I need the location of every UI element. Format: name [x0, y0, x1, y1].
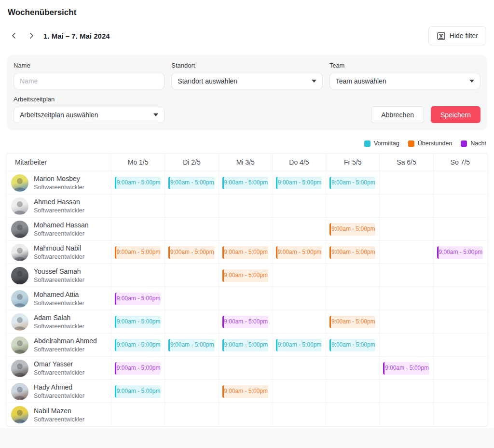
shift-cell[interactable] — [165, 403, 218, 426]
shift-chip-ueberstunden[interactable]: 9:00am - 5:00pm — [222, 246, 268, 259]
shift-cell[interactable] — [272, 195, 326, 217]
shift-cell[interactable] — [272, 287, 326, 310]
shift-cell[interactable] — [111, 218, 165, 240]
shift-chip-vormittag[interactable]: 9:00am - 5:00pm — [276, 339, 322, 351]
shift-chip-vormittag[interactable]: 9:00am - 5:00pm — [168, 339, 214, 351]
shift-cell[interactable]: 9:00am - 5:00pm — [165, 241, 218, 264]
shift-chip-ueberstunden[interactable]: 9:00am - 5:00pm — [329, 316, 375, 328]
shift-cell[interactable]: 9:00am - 5:00pm — [219, 241, 272, 264]
shift-cell[interactable] — [219, 403, 272, 426]
employee-cell[interactable]: Youssef Samah Softwareentwickler — [7, 264, 111, 287]
shift-cell[interactable]: 9:00am - 5:00pm — [272, 334, 326, 356]
shift-cell[interactable]: 9:00am - 5:00pm — [326, 171, 379, 194]
shift-cell[interactable] — [379, 403, 433, 426]
shift-cell[interactable] — [219, 218, 272, 240]
next-week-button[interactable] — [25, 29, 38, 42]
shift-cell[interactable] — [433, 218, 487, 240]
shift-chip-nacht[interactable]: 9:00am - 5:00pm — [222, 316, 268, 328]
shift-cell[interactable] — [165, 357, 218, 379]
shift-chip-nacht[interactable]: 9:00am - 5:00pm — [383, 362, 429, 375]
arbeitszeitplan-select[interactable]: Arbeitszeitplan auswählen — [14, 107, 165, 123]
shift-cell[interactable]: 9:00am - 5:00pm — [219, 334, 272, 356]
employee-cell[interactable]: Mohamed Attia Softwareentwickler — [7, 287, 111, 310]
shift-cell[interactable]: 9:00am - 5:00pm — [326, 241, 379, 264]
shift-cell[interactable] — [326, 195, 379, 217]
shift-chip-vormittag[interactable]: 9:00am - 5:00pm — [115, 316, 161, 328]
shift-chip-vormittag[interactable]: 9:00am - 5:00pm — [222, 177, 268, 189]
shift-cell[interactable] — [379, 171, 433, 194]
shift-cell[interactable]: 9:00am - 5:00pm — [111, 334, 165, 356]
shift-cell[interactable]: 9:00am - 5:00pm — [111, 171, 165, 194]
shift-cell[interactable] — [272, 380, 326, 403]
previous-week-button[interactable] — [8, 29, 20, 42]
shift-chip-vormittag[interactable]: 9:00am - 5:00pm — [168, 177, 214, 189]
shift-cell[interactable]: 9:00am - 5:00pm — [272, 171, 326, 194]
shift-chip-nacht[interactable]: 9:00am - 5:00pm — [437, 246, 483, 259]
shift-chip-ueberstunden[interactable]: 9:00am - 5:00pm — [329, 246, 375, 259]
shift-cell[interactable]: 9:00am - 5:00pm — [111, 287, 165, 310]
shift-cell[interactable]: 9:00am - 5:00pm — [379, 357, 433, 379]
shift-chip-vormittag[interactable]: 9:00am - 5:00pm — [222, 339, 268, 351]
shift-chip-ueberstunden[interactable]: 9:00am - 5:00pm — [276, 246, 322, 259]
shift-cell[interactable] — [379, 380, 433, 403]
shift-cell[interactable]: 9:00am - 5:00pm — [165, 334, 218, 356]
shift-chip-ueberstunden[interactable]: 9:00am - 5:00pm — [168, 246, 214, 259]
shift-cell[interactable] — [165, 380, 218, 403]
shift-cell[interactable] — [111, 264, 165, 287]
shift-cell[interactable] — [272, 403, 326, 426]
shift-cell[interactable] — [379, 241, 433, 264]
shift-cell[interactable]: 9:00am - 5:00pm — [165, 171, 218, 194]
shift-chip-vormittag[interactable]: 9:00am - 5:00pm — [115, 177, 161, 189]
shift-cell[interactable] — [111, 403, 165, 426]
save-button[interactable]: Speichern — [431, 106, 480, 123]
shift-chip-ueberstunden[interactable]: 9:00am - 5:00pm — [329, 223, 375, 236]
employee-cell[interactable]: Adam Salah Softwareentwickler — [7, 310, 111, 333]
shift-cell[interactable] — [165, 287, 218, 310]
standort-select[interactable]: Standort auswählen — [171, 73, 322, 89]
employee-cell[interactable]: Abdelrahman Ahmed Softwareentwickler — [7, 334, 111, 356]
shift-cell[interactable] — [433, 357, 487, 379]
employee-cell[interactable]: Omar Yasser Softwareentwickler — [7, 357, 111, 379]
shift-chip-vormittag[interactable]: 9:00am - 5:00pm — [329, 339, 375, 351]
shift-cell[interactable] — [379, 310, 433, 333]
employee-cell[interactable]: Ahmed Hassan Softwareentwickler — [7, 195, 111, 217]
shift-cell[interactable] — [433, 264, 487, 287]
shift-cell[interactable] — [326, 380, 379, 403]
shift-cell[interactable] — [379, 218, 433, 240]
shift-cell[interactable]: 9:00am - 5:00pm — [433, 241, 487, 264]
shift-cell[interactable]: 9:00am - 5:00pm — [272, 241, 326, 264]
shift-cell[interactable] — [433, 195, 487, 217]
employee-cell[interactable]: Mahmoud Nabil Softwareentwickler — [7, 241, 111, 264]
shift-cell[interactable]: 9:00am - 5:00pm — [111, 310, 165, 333]
shift-chip-vormittag[interactable]: 9:00am - 5:00pm — [115, 339, 161, 351]
shift-cell[interactable] — [165, 264, 218, 287]
shift-cell[interactable]: 9:00am - 5:00pm — [326, 310, 379, 333]
shift-chip-ueberstunden[interactable]: 9:00am - 5:00pm — [222, 269, 268, 282]
shift-cell[interactable] — [379, 195, 433, 217]
shift-cell[interactable] — [326, 403, 379, 426]
shift-cell[interactable]: 9:00am - 5:00pm — [219, 264, 272, 287]
shift-cell[interactable]: 9:00am - 5:00pm — [326, 334, 379, 356]
shift-cell[interactable]: 9:00am - 5:00pm — [219, 171, 272, 194]
employee-cell[interactable]: Hady Ahmed Softwareentwickler — [7, 380, 111, 403]
shift-cell[interactable]: 9:00am - 5:00pm — [326, 218, 379, 240]
shift-cell[interactable] — [379, 334, 433, 356]
shift-cell[interactable] — [165, 310, 218, 333]
shift-cell[interactable] — [272, 218, 326, 240]
shift-cell[interactable] — [379, 287, 433, 310]
shift-cell[interactable] — [379, 264, 433, 287]
shift-cell[interactable] — [272, 264, 326, 287]
shift-chip-nacht[interactable]: 9:00am - 5:00pm — [115, 362, 161, 375]
shift-chip-vormittag[interactable]: 9:00am - 5:00pm — [276, 177, 322, 189]
shift-cell[interactable]: 9:00am - 5:00pm — [111, 380, 165, 403]
employee-cell[interactable]: Nabil Mazen Softwareentwickler — [7, 403, 111, 426]
cancel-button[interactable]: Abbrechen — [371, 106, 424, 123]
employee-cell[interactable]: Mohamed Hassan Softwareentwickler — [7, 218, 111, 240]
shift-cell[interactable] — [326, 287, 379, 310]
shift-cell[interactable] — [111, 195, 165, 217]
shift-chip-ueberstunden[interactable]: 9:00am - 5:00pm — [115, 246, 161, 259]
shift-chip-nacht[interactable]: 9:00am - 5:00pm — [115, 293, 161, 305]
shift-chip-vormittag[interactable]: 9:00am - 5:00pm — [115, 385, 161, 398]
shift-cell[interactable] — [433, 310, 487, 333]
shift-cell[interactable] — [433, 334, 487, 356]
